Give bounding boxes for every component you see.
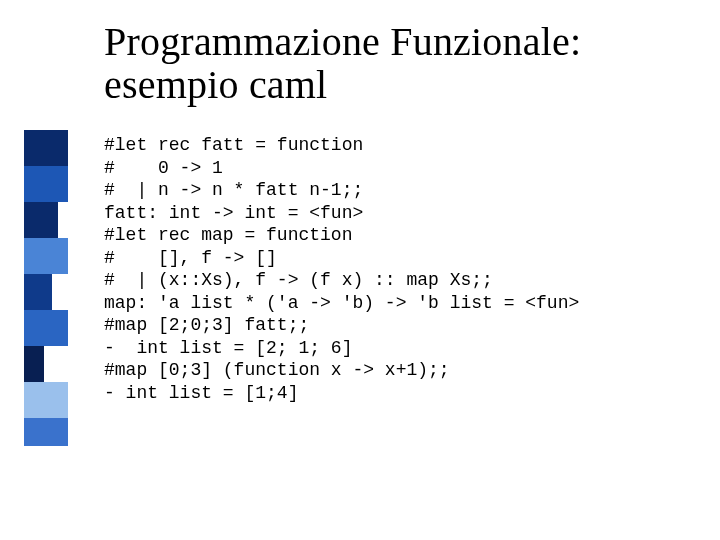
slide: Programmazione Funzionale: esempio caml … bbox=[0, 0, 720, 540]
sidebar-block bbox=[24, 346, 44, 382]
code-line: - int list = [1;4] bbox=[104, 382, 700, 405]
slide-title: Programmazione Funzionale: esempio caml bbox=[104, 20, 700, 106]
code-line: #map [0;3] (function x -> x+1);; bbox=[104, 359, 700, 382]
code-line: #let rec map = function bbox=[104, 224, 700, 247]
code-line: #map [2;0;3] fatt;; bbox=[104, 314, 700, 337]
sidebar-block bbox=[24, 166, 68, 202]
code-line: - int list = [2; 1; 6] bbox=[104, 337, 700, 360]
code-line: # 0 -> 1 bbox=[104, 157, 700, 180]
sidebar-block bbox=[24, 130, 68, 166]
code-line: fatt: int -> int = <fun> bbox=[104, 202, 700, 225]
code-line: # | (x::Xs), f -> (f x) :: map Xs;; bbox=[104, 269, 700, 292]
sidebar-block bbox=[24, 202, 58, 238]
sidebar-block bbox=[24, 382, 68, 418]
code-block: #let rec fatt = function# 0 -> 1# | n ->… bbox=[104, 134, 700, 404]
slide-content: Programmazione Funzionale: esempio caml … bbox=[104, 20, 700, 404]
title-line-1: Programmazione Funzionale: bbox=[104, 19, 581, 64]
sidebar-block bbox=[24, 238, 68, 274]
code-line: #let rec fatt = function bbox=[104, 134, 700, 157]
sidebar-block bbox=[24, 274, 52, 310]
code-line: # | n -> n * fatt n-1;; bbox=[104, 179, 700, 202]
title-line-2: esempio caml bbox=[104, 62, 327, 107]
sidebar-block bbox=[24, 418, 68, 446]
decorative-sidebar bbox=[0, 0, 68, 540]
code-line: # [], f -> [] bbox=[104, 247, 700, 270]
sidebar-block bbox=[24, 310, 68, 346]
code-line: map: 'a list * ('a -> 'b) -> 'b list = <… bbox=[104, 292, 700, 315]
